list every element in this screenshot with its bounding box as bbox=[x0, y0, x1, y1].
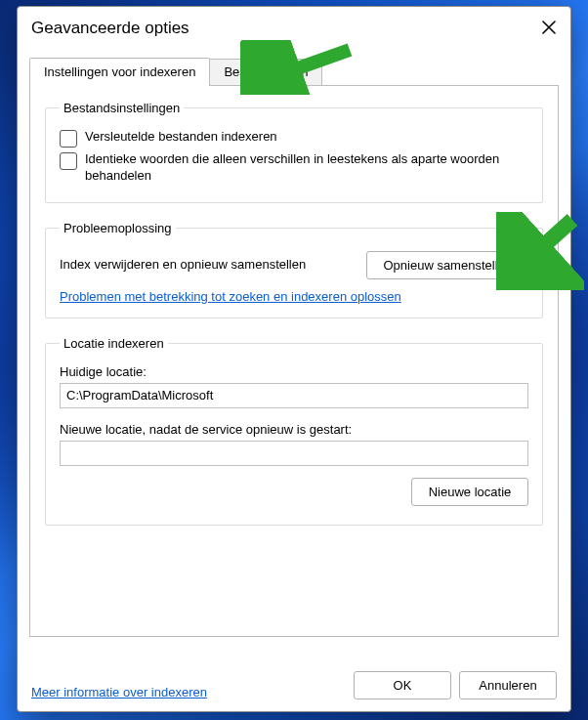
title-bar: Geavanceerde opties bbox=[18, 7, 570, 44]
current-location-field[interactable] bbox=[60, 383, 528, 408]
tab-panel-indexing: Bestandsinstellingen Versleutelde bestan… bbox=[29, 85, 559, 637]
troubleshoot-link[interactable]: Problemen met betrekking tot zoeken en i… bbox=[60, 289, 401, 304]
group-index-location-legend: Locatie indexeren bbox=[60, 336, 168, 351]
group-troubleshoot-legend: Probleemoplossing bbox=[60, 221, 176, 235]
more-info-link[interactable]: Meer informatie over indexeren bbox=[31, 685, 207, 699]
new-location-label: Nieuwe locatie, nadat de service opnieuw… bbox=[60, 422, 528, 437]
close-icon bbox=[542, 19, 556, 39]
group-file-settings-legend: Bestandsinstellingen bbox=[60, 101, 184, 115]
tab-file-types[interactable]: Bestandstypen bbox=[209, 59, 322, 85]
group-troubleshoot: Probleemoplossing Index verwijderen en o… bbox=[45, 221, 543, 318]
checkbox-index-encrypted[interactable] bbox=[60, 130, 77, 148]
rebuild-button[interactable]: Opnieuw samenstellen bbox=[366, 251, 528, 279]
dialog-button-row: OK Annuleren bbox=[354, 671, 557, 699]
tab-strip: Instellingen voor indexeren Bestandstype… bbox=[18, 44, 570, 85]
new-location-button[interactable]: Nieuwe locatie bbox=[411, 478, 528, 506]
advanced-options-dialog: Geavanceerde opties Instellingen voor in… bbox=[17, 6, 571, 712]
label-index-encrypted: Versleutelde bestanden indexeren bbox=[85, 129, 277, 146]
group-index-location: Locatie indexeren Huidige locatie: Nieuw… bbox=[45, 336, 543, 526]
checkbox-diacritics[interactable] bbox=[60, 152, 77, 170]
current-location-label: Huidige locatie: bbox=[60, 364, 528, 379]
cancel-button[interactable]: Annuleren bbox=[459, 671, 557, 699]
tab-indexing-settings[interactable]: Instellingen voor indexeren bbox=[29, 58, 210, 86]
new-location-field[interactable] bbox=[60, 441, 528, 466]
group-file-settings: Bestandsinstellingen Versleutelde bestan… bbox=[45, 101, 543, 203]
dialog-title: Geavanceerde opties bbox=[31, 19, 189, 38]
ok-button[interactable]: OK bbox=[354, 671, 451, 699]
close-button[interactable] bbox=[535, 15, 563, 42]
rebuild-description: Index verwijderen en opnieuw samenstelle… bbox=[60, 257, 351, 274]
label-diacritics: Identieke woorden die alleen verschillen… bbox=[85, 151, 528, 185]
